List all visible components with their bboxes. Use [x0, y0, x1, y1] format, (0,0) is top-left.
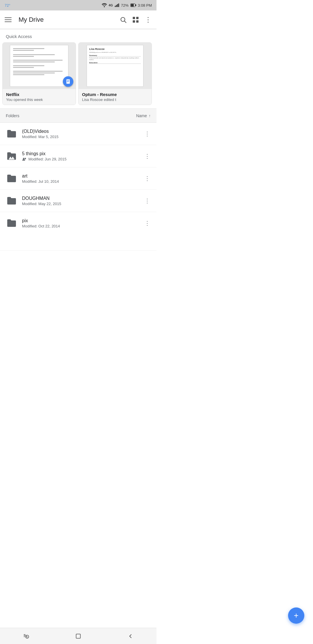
page-title: My Drive	[19, 16, 120, 23]
folder-icon-0	[6, 129, 17, 138]
svg-rect-6	[135, 4, 136, 6]
search-button[interactable]	[120, 16, 127, 23]
svg-rect-1	[115, 6, 116, 7]
folder-more-1[interactable]: ⋮	[143, 151, 152, 161]
folder-icon-wrap-3	[5, 194, 19, 208]
svg-rect-12	[133, 20, 135, 23]
sort-arrow-icon: ↑	[149, 113, 151, 118]
folder-icon-wrap-1	[5, 149, 19, 163]
quick-access-header: Quick Access	[0, 29, 156, 42]
svg-rect-15	[67, 80, 69, 81]
svg-line-9	[125, 21, 126, 23]
folder-meta-1: Modified: Jun 29, 2015	[22, 157, 143, 161]
temperature: 72°	[5, 3, 10, 8]
svg-point-20	[23, 158, 24, 159]
folder-item-0[interactable]: (OLD)Videos Modified: Mar 5, 2015 ⋮	[0, 123, 156, 145]
resume-doc-preview: Lisa Roscoe lr040494@gmail.com ● 336.688…	[87, 45, 144, 87]
folder-item-4[interactable]: pix Modified: Oct 22, 2014 ⋮	[0, 212, 156, 251]
shared-icon-1	[22, 157, 27, 161]
grid-view-button[interactable]	[132, 17, 139, 23]
folder-list: (OLD)Videos Modified: Mar 5, 2015 ⋮ 5 th…	[0, 123, 156, 251]
quick-access-scroll: Netflix You opened this week Lisa Roscoe…	[0, 42, 156, 109]
netflix-card-info: Netflix You opened this week	[3, 89, 76, 105]
folder-meta-4: Modified: Oct 22, 2014	[22, 224, 143, 228]
svg-rect-13	[136, 20, 139, 23]
folder-item-3[interactable]: DOUGHMAN Modified: May 22, 2015 ⋮	[0, 190, 156, 212]
netflix-subtitle: You opened this week	[6, 97, 72, 102]
folder-meta-2: Modified: Jul 10, 2014	[22, 179, 143, 184]
folder-icon-wrap-2	[5, 171, 19, 185]
svg-rect-16	[67, 81, 69, 81]
qa-thumbnail-resume: Lisa Roscoe lr040494@gmail.com ● 336.688…	[79, 43, 152, 89]
qa-card-resume[interactable]: Lisa Roscoe lr040494@gmail.com ● 336.688…	[78, 42, 152, 105]
qa-thumbnail-netflix	[3, 43, 76, 89]
wifi-icon	[102, 3, 107, 7]
menu-button[interactable]	[5, 15, 15, 25]
folder-meta-0: Modified: Mar 5, 2015	[22, 135, 143, 139]
folder-item-2[interactable]: art Modified: Jul 10, 2014 ⋮	[0, 167, 156, 190]
app-bar-icons: ⋮	[120, 16, 152, 24]
folder-modified-3: Modified: May 22, 2015	[22, 202, 61, 206]
folder-name-2: art	[22, 173, 143, 179]
svg-rect-3	[117, 4, 118, 7]
netflix-doc-preview	[10, 45, 68, 87]
svg-rect-11	[136, 17, 139, 19]
folder-info-4: pix Modified: Oct 22, 2014	[22, 218, 143, 228]
folder-more-0[interactable]: ⋮	[143, 129, 152, 138]
sort-name-label: Name	[136, 113, 147, 118]
quick-access-label: Quick Access	[6, 34, 32, 39]
folder-modified-4: Modified: Oct 22, 2014	[22, 224, 60, 228]
folder-item-1[interactable]: 5 things pix Modified: Jun 29, 2015 ⋮	[0, 145, 156, 167]
time: 3:08 PM	[138, 3, 152, 8]
more-options-button[interactable]: ⋮	[145, 16, 152, 24]
network-type: 4G	[109, 3, 113, 7]
folder-info-0: (OLD)Videos Modified: Mar 5, 2015	[22, 129, 143, 139]
search-icon	[120, 16, 127, 23]
folder-info-1: 5 things pix Modified: Jun 29, 2015	[22, 151, 143, 161]
svg-rect-7	[131, 4, 134, 7]
folder-name-0: (OLD)Videos	[22, 129, 143, 134]
folders-label: Folders	[6, 113, 19, 118]
folder-icon-wrap-0	[5, 127, 19, 141]
folder-name-1: 5 things pix	[22, 151, 143, 156]
folder-name-4: pix	[22, 218, 143, 223]
docs-icon	[65, 79, 71, 84]
battery-percent: 72%	[121, 3, 129, 8]
folder-modified-1: Modified: Jun 29, 2015	[28, 157, 67, 161]
svg-rect-2	[116, 5, 117, 7]
svg-rect-14	[66, 79, 70, 84]
grid-icon	[132, 17, 139, 23]
folder-info-3: DOUGHMAN Modified: May 22, 2015	[22, 196, 143, 206]
folder-icon-4	[6, 219, 17, 227]
folder-icon-wrap-4	[5, 216, 19, 230]
svg-rect-17	[67, 82, 69, 82]
folder-name-3: DOUGHMAN	[22, 196, 143, 201]
folder-modified-2: Modified: Jul 10, 2014	[22, 179, 59, 184]
people-icon	[22, 157, 27, 161]
folder-icon-2	[6, 174, 17, 183]
folder-meta-3: Modified: May 22, 2015	[22, 202, 143, 206]
folder-more-3[interactable]: ⋮	[143, 196, 152, 205]
folder-info-2: art Modified: Jul 10, 2014	[22, 173, 143, 184]
shared-folder-icon-1	[6, 152, 17, 160]
signal-icon	[115, 3, 119, 7]
sort-button[interactable]: Name ↑	[136, 113, 151, 118]
folder-more-4[interactable]: ⋮	[143, 218, 152, 228]
svg-point-21	[25, 158, 26, 159]
battery-icon	[130, 3, 136, 7]
status-bar: 72° 4G 72% 3:08 PM	[0, 0, 156, 10]
resume-title: Optum - Resume	[82, 92, 148, 97]
folder-modified-0: Modified: Mar 5, 2015	[22, 135, 59, 139]
resume-subtitle: Lisa Roscoe edited t	[82, 97, 148, 102]
netflix-title: Netflix	[6, 92, 72, 97]
svg-point-0	[104, 6, 105, 7]
svg-rect-10	[133, 17, 135, 19]
google-docs-badge	[63, 76, 73, 87]
qa-card-netflix[interactable]: Netflix You opened this week	[2, 42, 76, 105]
status-right-icons: 4G 72% 3:08 PM	[102, 3, 152, 8]
folder-icon-3	[6, 196, 17, 205]
resume-card-info: Optum - Resume Lisa Roscoe edited t	[79, 89, 152, 105]
folders-header: Folders Name ↑	[0, 109, 156, 123]
svg-rect-4	[118, 3, 119, 7]
folder-more-2[interactable]: ⋮	[143, 174, 152, 183]
